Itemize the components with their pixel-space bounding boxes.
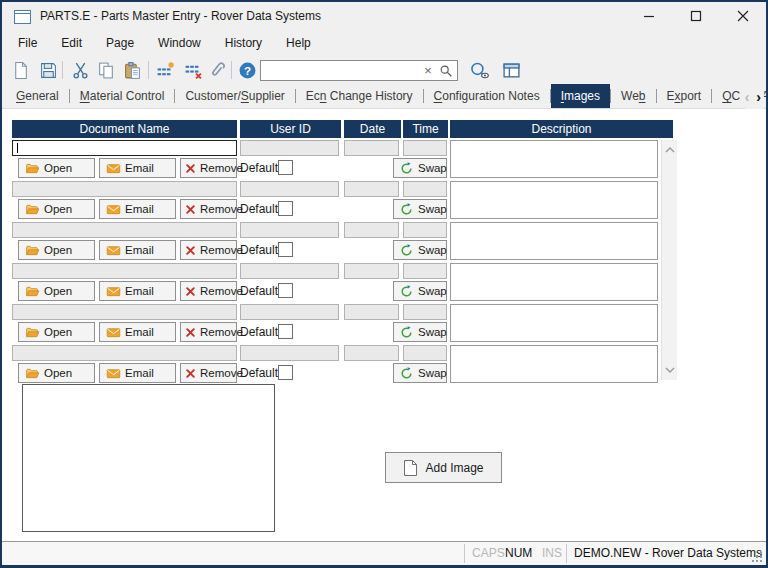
default-checkbox[interactable] <box>278 365 293 380</box>
open-button[interactable]: Open <box>18 199 95 219</box>
open-button[interactable]: Open <box>18 158 95 178</box>
help-button[interactable]: ? <box>235 59 259 82</box>
document-name-field[interactable] <box>12 181 237 197</box>
menu-file[interactable]: File <box>6 30 49 56</box>
email-envelope-icon <box>106 243 121 258</box>
vertical-scrollbar[interactable] <box>661 140 677 380</box>
time-field[interactable] <box>403 222 447 238</box>
tab-scroll-left-icon[interactable]: ‹ <box>745 89 750 105</box>
add-image-button[interactable]: Add Image <box>385 452 502 483</box>
swap-button[interactable]: Swap <box>393 158 447 178</box>
minimize-button[interactable] <box>625 2 672 30</box>
time-field[interactable] <box>403 345 447 361</box>
open-button[interactable]: Open <box>18 240 95 260</box>
date-field[interactable] <box>344 304 399 320</box>
tab-general[interactable]: General <box>6 84 69 108</box>
remove-button[interactable]: Remove <box>180 281 237 301</box>
search-input[interactable] <box>264 62 421 79</box>
time-field[interactable] <box>403 140 447 156</box>
user-id-field[interactable] <box>240 263 339 279</box>
document-row: OpenEmailRemoveDefaultSwap <box>12 304 678 342</box>
default-checkbox[interactable] <box>278 201 293 216</box>
remove-button[interactable]: Remove <box>180 199 237 219</box>
window-layout-button[interactable] <box>499 59 523 82</box>
open-button[interactable]: Open <box>18 281 95 301</box>
tab-export[interactable]: Export <box>657 84 712 108</box>
time-field[interactable] <box>403 263 447 279</box>
date-field[interactable] <box>344 345 399 361</box>
swap-button[interactable]: Swap <box>393 240 447 260</box>
user-id-field[interactable] <box>240 181 339 197</box>
document-name-field[interactable] <box>12 263 237 279</box>
description-field[interactable] <box>450 345 658 383</box>
copy-button[interactable] <box>94 59 118 82</box>
user-id-field[interactable] <box>240 304 339 320</box>
swap-button[interactable]: Swap <box>393 199 447 219</box>
time-field[interactable] <box>403 304 447 320</box>
swap-button[interactable]: Swap <box>393 322 447 342</box>
user-id-field[interactable] <box>240 345 339 361</box>
date-field[interactable] <box>344 263 399 279</box>
remove-button[interactable]: Remove <box>180 322 237 342</box>
tab-customer-supplier[interactable]: Customer/Supplier <box>175 84 294 108</box>
swap-button[interactable]: Swap <box>393 281 447 301</box>
remove-button[interactable]: Remove <box>180 158 237 178</box>
clear-search-icon[interactable]: × <box>421 61 435 80</box>
document-name-field[interactable] <box>12 304 237 320</box>
description-field[interactable] <box>450 263 658 301</box>
time-field[interactable] <box>403 181 447 197</box>
default-checkbox[interactable] <box>278 324 293 339</box>
default-checkbox[interactable] <box>278 160 293 175</box>
tab-configuration-notes[interactable]: Configuration Notes <box>424 84 550 108</box>
date-field[interactable] <box>344 140 399 156</box>
menu-help[interactable]: Help <box>274 30 323 56</box>
default-checkbox[interactable] <box>278 242 293 257</box>
tab-images[interactable]: Images <box>551 84 610 108</box>
menu-window[interactable]: Window <box>146 30 213 56</box>
email-button[interactable]: Email <box>99 322 176 342</box>
tab-material-control[interactable]: Material Control <box>70 84 175 108</box>
attachments-button[interactable] <box>205 59 229 82</box>
description-field[interactable] <box>450 140 658 178</box>
search-icon[interactable] <box>439 64 453 78</box>
description-field[interactable] <box>450 181 658 219</box>
swap-button[interactable]: Swap <box>393 363 447 383</box>
resize-grip[interactable] <box>752 552 763 563</box>
default-checkbox[interactable] <box>278 283 293 298</box>
date-field[interactable] <box>344 222 399 238</box>
close-button[interactable] <box>719 2 766 30</box>
document-name-field[interactable] <box>12 345 237 361</box>
menu-history[interactable]: History <box>213 30 274 56</box>
lookup-preview-button[interactable] <box>465 59 493 82</box>
email-button[interactable]: Email <box>99 363 176 383</box>
open-button[interactable]: Open <box>18 363 95 383</box>
email-button[interactable]: Email <box>99 281 176 301</box>
menu-page[interactable]: Page <box>94 30 146 56</box>
add-record-button[interactable] <box>153 59 177 82</box>
email-button[interactable]: Email <box>99 240 176 260</box>
user-id-field[interactable] <box>240 140 339 156</box>
email-button[interactable]: Email <box>99 199 176 219</box>
remove-button[interactable]: Remove <box>180 363 237 383</box>
menu-edit[interactable]: Edit <box>49 30 94 56</box>
delete-record-button[interactable] <box>181 59 205 82</box>
scroll-up-button[interactable] <box>662 142 678 158</box>
user-id-field[interactable] <box>240 222 339 238</box>
new-document-button[interactable] <box>8 59 32 82</box>
tab-ecn-change-history[interactable]: Ecn Change History <box>296 84 423 108</box>
paste-button[interactable] <box>120 59 144 82</box>
maximize-button[interactable] <box>672 2 719 30</box>
tab-web[interactable]: Web <box>611 84 655 108</box>
remove-button[interactable]: Remove <box>180 240 237 260</box>
description-field[interactable] <box>450 222 658 260</box>
open-button[interactable]: Open <box>18 322 95 342</box>
description-field[interactable] <box>450 304 658 342</box>
date-field[interactable] <box>344 181 399 197</box>
cut-button[interactable] <box>68 59 92 82</box>
document-name-field[interactable] <box>12 140 237 156</box>
document-name-field[interactable] <box>12 222 237 238</box>
tab-scroll-right-icon[interactable]: › <box>756 89 761 105</box>
email-button[interactable]: Email <box>99 158 176 178</box>
save-button[interactable] <box>36 59 60 82</box>
scroll-down-button[interactable] <box>662 362 678 378</box>
